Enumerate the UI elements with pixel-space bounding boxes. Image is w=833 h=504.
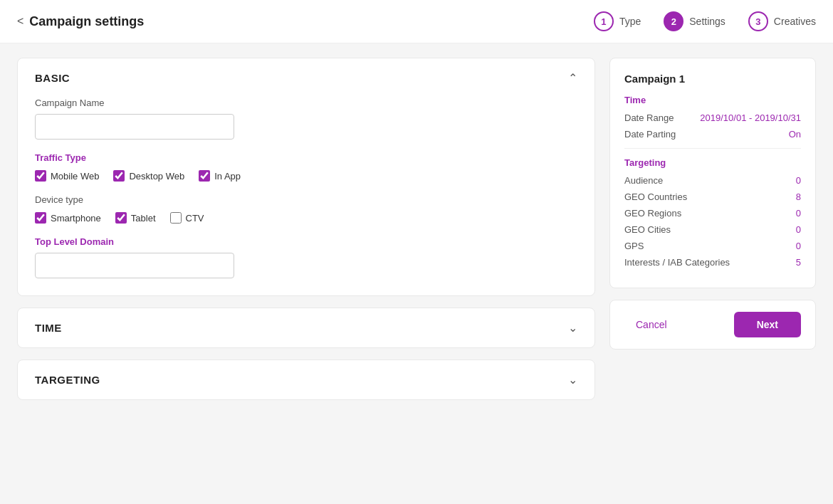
basic-card-header: BASIC ⌃ bbox=[18, 58, 594, 98]
time-section-title: TIME bbox=[35, 322, 62, 334]
basic-card-body: Campaign Name Traffic Type Mobile Web De… bbox=[18, 98, 594, 295]
step-3-label: Creatives bbox=[774, 16, 816, 27]
targeting-card-header[interactable]: TARGETING ⌄ bbox=[18, 360, 594, 399]
targeting-summary-row: GEO Regions0 bbox=[624, 208, 801, 219]
summary-campaign-name: Campaign 1 bbox=[624, 73, 801, 85]
step-1[interactable]: 1 Type bbox=[594, 11, 641, 31]
action-card: Cancel Next bbox=[609, 300, 816, 350]
targeting-section-title: TARGETING bbox=[35, 374, 100, 386]
mobile-web-checkbox[interactable] bbox=[35, 170, 46, 182]
smartphone-label[interactable]: Smartphone bbox=[51, 213, 101, 224]
targeting-summary-row: GEO Cities0 bbox=[624, 224, 801, 235]
left-panel: BASIC ⌃ Campaign Name Traffic Type Mobil… bbox=[17, 58, 595, 487]
targeting-summary-row: GPS0 bbox=[624, 241, 801, 251]
targeting-card: TARGETING ⌄ bbox=[17, 359, 595, 400]
targeting-row-label: GPS bbox=[624, 241, 644, 251]
step-3-circle: 3 bbox=[748, 11, 768, 31]
back-button[interactable]: < bbox=[17, 15, 23, 28]
step-1-label: Type bbox=[619, 16, 641, 27]
device-type-label: Device type bbox=[35, 194, 577, 205]
campaign-name-input[interactable] bbox=[35, 114, 234, 140]
targeting-summary-rows: Audience0GEO Countries8GEO Regions0GEO C… bbox=[624, 175, 801, 268]
device-type-group: Smartphone Tablet CTV bbox=[35, 212, 577, 224]
tablet-label[interactable]: Tablet bbox=[131, 213, 156, 224]
summary-targeting-title: Targeting bbox=[624, 157, 801, 168]
summary-date-parting-row: Date Parting On bbox=[624, 129, 801, 140]
steps-nav: 1 Type 2 Settings 3 Creatives bbox=[594, 11, 816, 31]
targeting-row-value: 0 bbox=[796, 241, 801, 251]
targeting-row-label: Interests / IAB Categories bbox=[624, 257, 730, 268]
step-2-label: Settings bbox=[689, 16, 725, 27]
targeting-row-value: 8 bbox=[796, 191, 801, 202]
targeting-row-value: 5 bbox=[796, 257, 801, 268]
desktop-web-checkbox[interactable] bbox=[113, 170, 125, 182]
time-collapse-icon[interactable]: ⌄ bbox=[568, 321, 577, 335]
desktop-web-label[interactable]: Desktop Web bbox=[129, 171, 184, 182]
smartphone-checkbox[interactable] bbox=[35, 212, 46, 224]
time-card: TIME ⌄ bbox=[17, 308, 595, 348]
cancel-button[interactable]: Cancel bbox=[624, 313, 679, 336]
top-domain-input[interactable] bbox=[35, 253, 234, 278]
page-title: Campaign settings bbox=[29, 14, 144, 29]
in-app-label[interactable]: In App bbox=[214, 171, 241, 182]
summary-card: Campaign 1 Time Date Range 2019/10/01 - … bbox=[609, 58, 816, 288]
ctv-checkbox-item: CTV bbox=[170, 212, 204, 224]
summary-date-range-label: Date Range bbox=[624, 112, 674, 123]
summary-date-range-row: Date Range 2019/10/01 - 2019/10/31 bbox=[624, 112, 801, 123]
summary-date-parting-label: Date Parting bbox=[624, 129, 676, 140]
step-1-circle: 1 bbox=[594, 11, 614, 31]
mobile-web-checkbox-item: Mobile Web bbox=[35, 170, 99, 182]
ctv-checkbox[interactable] bbox=[170, 212, 182, 224]
right-sidebar: Campaign 1 Time Date Range 2019/10/01 - … bbox=[609, 58, 816, 487]
next-button[interactable]: Next bbox=[734, 312, 801, 337]
top-domain-label: Top Level Domain bbox=[35, 236, 577, 247]
targeting-row-label: GEO Cities bbox=[624, 224, 671, 235]
summary-time-title: Time bbox=[624, 95, 801, 105]
targeting-row-label: GEO Countries bbox=[624, 191, 687, 202]
targeting-row-value: 0 bbox=[796, 224, 801, 235]
time-card-header[interactable]: TIME ⌄ bbox=[18, 308, 594, 347]
main-content: BASIC ⌃ Campaign Name Traffic Type Mobil… bbox=[0, 43, 833, 501]
desktop-web-checkbox-item: Desktop Web bbox=[113, 170, 184, 182]
campaign-name-label: Campaign Name bbox=[35, 98, 577, 108]
targeting-collapse-icon[interactable]: ⌄ bbox=[568, 373, 577, 387]
basic-section-title: BASIC bbox=[35, 72, 70, 84]
basic-card: BASIC ⌃ Campaign Name Traffic Type Mobil… bbox=[17, 58, 595, 296]
targeting-row-value: 0 bbox=[796, 208, 801, 219]
header-left: < Campaign settings bbox=[17, 14, 144, 29]
ctv-label[interactable]: CTV bbox=[186, 213, 204, 224]
header: < Campaign settings 1 Type 2 Settings 3 … bbox=[0, 0, 833, 43]
mobile-web-label[interactable]: Mobile Web bbox=[51, 171, 99, 182]
step-2[interactable]: 2 Settings bbox=[664, 11, 725, 31]
step-3[interactable]: 3 Creatives bbox=[748, 11, 816, 31]
smartphone-checkbox-item: Smartphone bbox=[35, 212, 101, 224]
summary-date-range-value: 2019/10/01 - 2019/10/31 bbox=[700, 112, 801, 123]
targeting-summary-row: GEO Countries8 bbox=[624, 191, 801, 202]
in-app-checkbox-item: In App bbox=[199, 170, 241, 182]
targeting-summary-row: Audience0 bbox=[624, 175, 801, 186]
in-app-checkbox[interactable] bbox=[199, 170, 210, 182]
targeting-summary-row: Interests / IAB Categories5 bbox=[624, 257, 801, 268]
step-2-circle: 2 bbox=[664, 11, 683, 31]
targeting-row-label: Audience bbox=[624, 175, 663, 186]
summary-divider bbox=[624, 148, 801, 149]
targeting-row-label: GEO Regions bbox=[624, 208, 681, 219]
traffic-type-label: Traffic Type bbox=[35, 152, 577, 163]
basic-collapse-icon[interactable]: ⌃ bbox=[568, 71, 577, 85]
targeting-row-value: 0 bbox=[796, 175, 801, 186]
traffic-type-group: Mobile Web Desktop Web In App bbox=[35, 170, 577, 182]
tablet-checkbox-item: Tablet bbox=[115, 212, 156, 224]
summary-date-parting-value: On bbox=[789, 129, 801, 140]
tablet-checkbox[interactable] bbox=[115, 212, 127, 224]
